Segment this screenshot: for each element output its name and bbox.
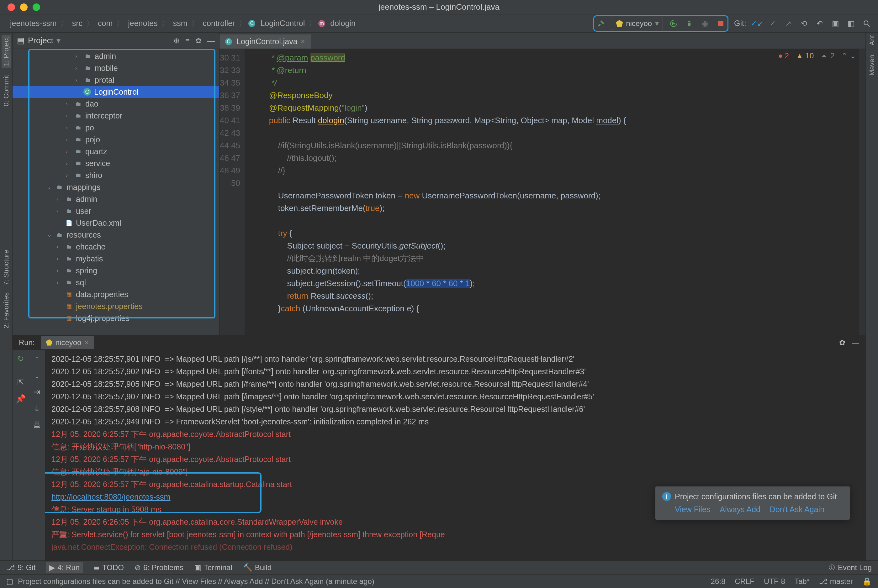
editor-tabs: C LoginControl.java × [219, 33, 866, 49]
ant-tool-tab[interactable]: Ant [868, 35, 876, 45]
exit-button[interactable]: ⇱ [17, 377, 24, 387]
ide-split-button[interactable]: ▣ [830, 18, 840, 28]
commit-tool-tab[interactable]: 0: Commit [2, 75, 11, 106]
bottom-tool-strip: ⎇ 9: Git ▶ 4: Run ≣ TODO ⊘ 6: Problems ▣… [0, 560, 878, 574]
todo-tool-tab[interactable]: ≣ TODO [93, 562, 124, 573]
structure-tool-tab[interactable]: 7: Structure [2, 250, 11, 285]
run-tool-tab[interactable]: ▶ 4: Run [46, 562, 83, 573]
run-button[interactable] [669, 18, 678, 28]
view-files-link[interactable]: View Files [675, 505, 710, 514]
breadcrumb-item[interactable]: src [70, 18, 84, 29]
tree-item-selected[interactable]: CLoginControl [12, 86, 219, 98]
pin-button[interactable]: 📌 [16, 394, 26, 404]
class-icon: C [248, 20, 255, 27]
settings-gear-icon[interactable]: ✿ [195, 36, 202, 45]
git-push-button[interactable]: ↗ [783, 18, 793, 28]
run-config-name: niceyoo [626, 19, 652, 28]
close-window-button[interactable] [8, 3, 15, 11]
hide-panel-button[interactable]: — [852, 338, 859, 347]
down-button[interactable]: ↓ [35, 370, 39, 380]
debug-button[interactable] [684, 18, 694, 28]
favorites-tool-tab[interactable]: 2: Favorites [2, 292, 11, 328]
tomcat-icon [46, 339, 53, 346]
expand-all-button[interactable]: ≡ [185, 36, 190, 45]
scroll-end-button[interactable]: ⤓ [33, 404, 41, 413]
search-everywhere-button[interactable] [862, 18, 872, 28]
info-icon: i [662, 492, 671, 501]
close-tab-icon[interactable]: × [84, 338, 89, 347]
svg-point-0 [864, 21, 868, 25]
breadcrumb-item[interactable]: LoginControl [258, 18, 307, 29]
window-title: jeenotes-ssm – LoginControl.java [378, 2, 500, 12]
up-button[interactable]: ↑ [35, 354, 39, 364]
git-update-button[interactable]: ✓↙ [752, 18, 762, 28]
git-branch[interactable]: ⎇ master [819, 577, 853, 586]
stop-button[interactable] [716, 18, 726, 28]
tool-windows-button[interactable]: ▢ [6, 577, 14, 586]
tomcat-icon [616, 20, 623, 27]
notification-text: Project configurations files can be adde… [675, 492, 837, 501]
toolbar-actions: niceyoo ▾ ◉ Git: ✓↙ ✓ ↗ ⟲ ↶ ▣ ◧ [593, 15, 874, 32]
print-button[interactable]: 🖶 [33, 420, 41, 430]
breadcrumb-item[interactable]: controller [201, 18, 237, 29]
indent-info[interactable]: Tab* [795, 577, 810, 586]
run-coverage-button[interactable]: ◉ [700, 18, 710, 28]
editor-tab[interactable]: C LoginControl.java × [219, 34, 311, 49]
dropdown-arrow-icon: ▾ [655, 19, 659, 28]
run-toolbar-highlight: niceyoo ▾ ◉ [593, 15, 728, 32]
maven-tool-tab[interactable]: Maven [868, 55, 876, 75]
breadcrumb-item[interactable]: jeenotes-ssm [8, 18, 59, 29]
breadcrumb-item[interactable]: com [96, 18, 114, 29]
project-panel-title[interactable]: ▤Project▾ [17, 36, 60, 45]
build-button[interactable] [596, 18, 606, 28]
hide-panel-button[interactable]: — [207, 36, 215, 45]
run-settings-gear-icon[interactable]: ✿ [839, 338, 845, 347]
git-commit-button[interactable]: ✓ [768, 18, 777, 28]
main-area: 1: Project 0: Commit 7: Structure 2: Fav… [0, 33, 878, 560]
history-button[interactable]: ⟲ [799, 18, 809, 28]
git-tool-tab[interactable]: ⎇ 9: Git [6, 562, 35, 573]
close-tab-icon[interactable]: × [301, 37, 305, 46]
breadcrumb-item[interactable]: dologin [328, 18, 357, 29]
dont-ask-link[interactable]: Don't Ask Again [770, 505, 824, 514]
right-tool-strip: Ant Maven [866, 33, 878, 560]
project-tool-tab[interactable]: 1: Project [2, 35, 11, 68]
svg-line-1 [867, 24, 870, 27]
build-tool-tab[interactable]: 🔨 Build [243, 562, 272, 573]
run-configuration-selector[interactable]: niceyoo ▾ [612, 17, 663, 30]
git-label: Git: [734, 19, 746, 28]
git-notification: i Project configurations files can be ad… [655, 486, 850, 520]
breadcrumb: jeenotes-ssm〉 src〉 com〉 jeenotes〉 ssm〉 c… [4, 18, 357, 29]
status-message: Project configurations files can be adde… [18, 577, 374, 586]
breadcrumb-item[interactable]: ssm [171, 18, 189, 29]
rerun-button[interactable]: ↻ [17, 354, 24, 364]
console-actions-strip: ↑ ↓ ⇥ ⤓ 🖶 [29, 350, 45, 560]
status-bar: ▢ Project configurations files can be ad… [0, 574, 878, 588]
event-log-tab[interactable]: ① Event Log [828, 563, 872, 572]
ide-settings-button[interactable]: ◧ [846, 18, 856, 28]
breadcrumb-item[interactable]: jeenotes [126, 18, 160, 29]
method-icon: m [318, 20, 325, 27]
maximize-window-button[interactable] [33, 3, 40, 11]
navigation-bar: jeenotes-ssm〉 src〉 com〉 jeenotes〉 ssm〉 c… [0, 14, 878, 33]
run-label: Run: [19, 338, 35, 347]
run-actions-strip: ↻ ⇱ 📌 [12, 350, 29, 560]
inspection-widget[interactable]: ● 2 ▲ 10 ⏶ 2 ⌃ ⌄ [778, 51, 856, 60]
console-output[interactable]: 2020-12-05 18:25:57,901 INFO => Mapped U… [45, 350, 866, 560]
run-tab[interactable]: niceyoo × [41, 336, 94, 349]
window-controls [0, 3, 40, 11]
problems-tool-tab[interactable]: ⊘ 6: Problems [135, 562, 183, 573]
revert-button[interactable]: ↶ [815, 18, 825, 28]
minimize-window-button[interactable] [20, 3, 28, 11]
run-tool-window: Run: niceyoo × ✿ — ↻ ⇱ 📌 ↑ ↓ [12, 335, 866, 560]
lock-icon[interactable]: 🔒 [862, 577, 872, 586]
locate-file-button[interactable]: ⊕ [173, 36, 180, 45]
always-add-link[interactable]: Always Add [720, 505, 760, 514]
terminal-tool-tab[interactable]: ▣ Terminal [194, 562, 233, 573]
left-tool-strip: 1: Project 0: Commit 7: Structure 2: Fav… [0, 33, 12, 560]
class-icon: C [225, 38, 232, 45]
file-encoding[interactable]: UTF-8 [764, 577, 785, 586]
line-separator[interactable]: CRLF [735, 577, 755, 586]
soft-wrap-button[interactable]: ⇥ [33, 387, 41, 397]
caret-position[interactable]: 26:8 [711, 577, 726, 586]
